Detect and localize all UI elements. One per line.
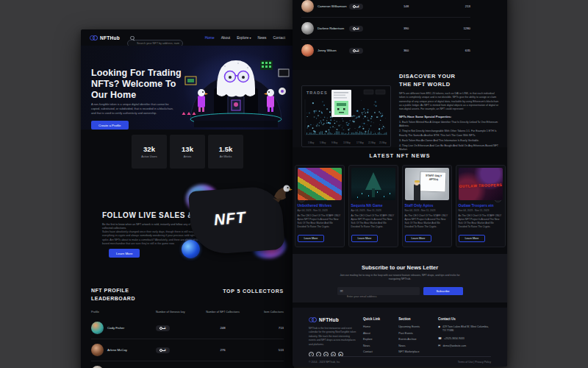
table-row[interactable]: Cody Fisher 5 248 713 [91,317,284,339]
list-item: 1. Each Token Minted Has A Unique Identi… [399,121,499,129]
news-card[interactable]: OUTLAW TROOPERS Outlaw Troopers ein Nov … [456,165,506,247]
footer-brand: NFTHub NFThub is the first metaverse and… [309,317,363,357]
footer-link-events-archive[interactable]: Events Archive [398,338,438,341]
news-card-image: OUTLAW TROOPERS [459,168,503,200]
news-card-image [298,168,342,200]
svg-text:25 May: 25 May [379,141,387,144]
footer-link-about[interactable]: About [363,332,398,335]
genesis-key-badge: 5 [156,325,170,331]
genesis-key-badge: 5 [349,48,363,54]
learn-more-button[interactable]: Learn More [298,235,325,242]
table-row[interactable]: Jenny Wilson 5 360 635 [301,40,470,61]
email-field[interactable] [337,292,420,300]
footer-section-links: Section Upcoming Events Past Events Even… [398,317,438,357]
news-card-dates: Nov 04, 2023 - Nov 11, 2023 [459,209,503,212]
genesis-key-badge: 3 [156,347,170,353]
stats-row: 32k Active Users 13k Artists 1.5k Art Wo… [81,135,294,169]
news-card-body: As The CEO Chief Of The STAFF ONLY Aptos… [405,214,449,229]
stat-active-users: 32k Active Users [132,135,167,169]
news-card-body: As The CEO Chief Of The STAFF ONLY Aptos… [459,214,503,229]
trades-chart: TRADES [301,85,391,147]
phone-text[interactable]: +2525-3654-9033 [444,337,491,341]
phone-icon: ☎ [438,337,442,341]
learn-more-button[interactable]: Learn More [351,235,379,242]
top-collectors-label: TOP 5 COLLECTORS [223,289,284,294]
table-row[interactable] [91,361,284,368]
stat-value: 1.5k [219,145,233,153]
address-text: 429 Twin Lakes Blvd W, West Columbia, TX… [442,325,490,333]
news-card[interactable]: STAFF ONLY APTOS Staff Only Aptos Nov 04… [402,165,452,247]
avatar [301,44,314,57]
poster-text: OUTLAW TROOPERS [459,183,503,189]
news-card-title: Outlaw Troopers ein [459,203,503,208]
news-card-title: Staff Only Aptos [405,203,449,208]
footer-link-news-2[interactable]: News [398,344,438,347]
list-item: 3. Each Token Has An Owner And This Info… [399,139,499,143]
news-card[interactable]: Sequoia Nft Game Apr 04, 2023 - Nov 11, … [348,165,398,247]
nfthub-logo[interactable]: NFTHub [90,35,120,40]
footer-bottom-bar: © 2014 - 2023 NFThub, Inc Terms of Use |… [309,356,491,364]
search-icon [130,36,135,40]
footer-link-explore[interactable]: Explore [363,338,398,341]
earth-globe-image [182,240,200,258]
map-pin-icon: ◆ [438,325,440,329]
footer-link-contact[interactable]: Contact [363,350,398,353]
nav-news[interactable]: News [257,36,266,40]
discover-list-intro: NFTs Have Some Special Properties: [399,115,499,118]
email-text[interactable]: demo@website.com [442,344,490,348]
key-icon [353,49,356,52]
nft-collage-image: NFT [187,186,290,258]
follow-live-sales-section: FOLLOW LIVE SALES & LISTINGS Be the firs… [91,180,284,277]
legal-links[interactable]: Terms of Use | Privacy Policy [458,361,491,364]
avatar [91,322,104,334]
avatar [301,22,314,35]
footer-quick-links: Quick Link Home About Explore News Conta… [363,317,398,357]
main-nav: Home About Explore▾ News Contact [205,36,285,40]
svg-text:21 May: 21 May [368,141,376,144]
svg-text:1 May: 1 May [308,141,315,144]
copyright-text: © 2014 - 2023 NFThub, Inc [309,361,340,364]
news-card-dates: Apr 04, 2023 - Nov 11, 2023 [298,209,342,212]
eagle-image [267,182,293,205]
stat-label: Artists [184,155,192,158]
stat-value: 13k [182,145,193,153]
mail-icon: ✉ [438,344,440,348]
subscribe-button[interactable]: Subscribe [423,287,463,295]
list-item: 4. They Live On Ethereum And Can Be Boug… [399,144,499,152]
table-row[interactable]: Cameron Williamson 4 148 213 [301,0,470,18]
footer-link-upcoming-events[interactable]: Upcoming Events [398,325,438,328]
nav-explore[interactable]: Explore▾ [237,36,251,40]
nav-contact[interactable]: Contact [273,36,285,40]
search-bar[interactable] [127,34,183,41]
news-card-title: Unbothered Wolves [298,203,342,208]
footer-link-news[interactable]: News [363,344,398,347]
genesis-key-badge: 4 [349,4,363,10]
news-card[interactable]: Unbothered Wolves Apr 04, 2023 - Nov 11,… [295,165,345,247]
table-row[interactable]: Arlene McCoy 3 276 513 [91,339,284,361]
footer-link-home[interactable]: Home [363,325,398,328]
learn-more-button[interactable]: Learn More [459,235,486,242]
hero-body: A non-fungible token is a unique digital… [91,103,176,116]
newsletter-form: ✉ Subscribe [337,287,463,295]
nav-home[interactable]: Home [205,36,215,40]
stat-label: Art Works [220,155,232,158]
footer-link-nft-marketplace[interactable]: NFT Marketplace [398,350,438,353]
news-card-dates: Nov 04, 2023 - Nov 11, 2023 [405,209,449,212]
hero-text: Looking For Trading NFTs? Welcome To Our… [91,68,182,130]
nav-about[interactable]: About [221,36,231,40]
learn-more-button[interactable]: Learn More [405,235,432,242]
newsletter-title: Subscribe to our News Letter [293,264,507,271]
create-profile-button[interactable]: Create a Profile [91,121,129,130]
follow-learn-more-button[interactable]: Learn More [109,249,140,258]
footer-contact: Contact Us ◆429 Twin Lakes Blvd W, West … [438,317,491,357]
avatar [91,344,104,356]
svg-text:5 May: 5 May [320,141,326,144]
table-row[interactable]: Darlene Robertson 6 390 1280 [301,18,470,40]
footer-link-past-events[interactable]: Past Events [398,332,438,335]
nfthub-logo-icon [90,35,98,40]
key-icon [353,27,356,30]
news-card-image: STAFF ONLY APTOS [405,168,449,200]
hero-section: Looking For Trading NFTs? Welcome To Our… [81,46,294,130]
key-icon [159,327,162,330]
nfthub-logo[interactable]: NFTHub [309,317,363,322]
